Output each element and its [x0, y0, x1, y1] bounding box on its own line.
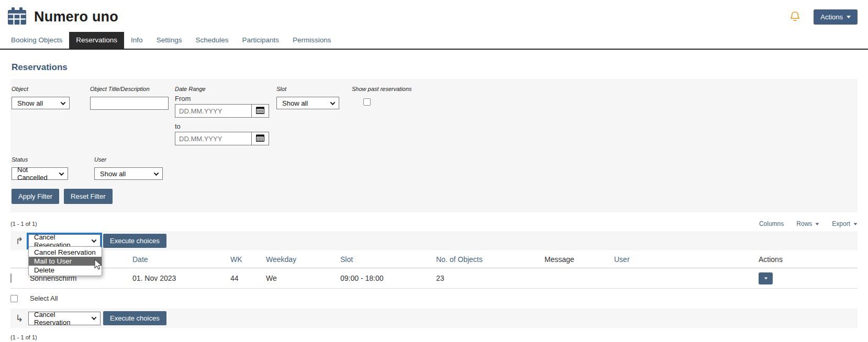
filter-status: Status Not Cancelled	[12, 156, 94, 180]
menu-item-delete[interactable]: Delete	[29, 266, 102, 275]
app-header: Numero uno Actions	[0, 0, 868, 32]
filter-user: User Show all	[94, 156, 163, 180]
bell-icon[interactable]	[790, 11, 800, 24]
chevron-down-icon	[764, 277, 767, 279]
title-filter-label: Object Title/Description	[90, 86, 175, 92]
row-checkbox-cell	[10, 274, 30, 282]
cell-actions	[759, 272, 858, 284]
cell-wk: 44	[230, 274, 266, 282]
chevron-down-icon	[61, 100, 66, 105]
show-past-label: Show past reservations	[352, 86, 411, 92]
date-from-input[interactable]	[175, 104, 252, 118]
tab-info[interactable]: Info	[124, 32, 150, 49]
object-filter-label: Object	[12, 86, 90, 92]
column-header-weekday[interactable]: Weekday	[266, 255, 340, 264]
execute-choices-button-top[interactable]: Execute choices	[103, 234, 166, 248]
tab-schedules[interactable]: Schedules	[188, 32, 235, 49]
column-header-actions: Actions	[759, 255, 858, 264]
tab-settings[interactable]: Settings	[150, 32, 189, 49]
tab-booking-objects[interactable]: Booking Objects	[4, 32, 69, 49]
filter-title: Object Title/Description	[90, 86, 175, 110]
table-tools: Columns Rows Export	[759, 220, 858, 227]
cell-objects: 23	[436, 274, 544, 282]
tab-permissions[interactable]: Permissions	[286, 32, 338, 49]
cell-slot: 09:00 - 18:00	[340, 274, 436, 282]
filter-object: Object Show all	[12, 86, 90, 109]
chevron-down-icon	[59, 170, 64, 176]
table-header-row: Date WK Weekday Slot No. of Objects Mess…	[10, 250, 858, 268]
calendar-app-icon	[7, 7, 27, 27]
reservations-table: Date WK Weekday Slot No. of Objects Mess…	[10, 250, 858, 289]
section-heading: Reservations	[12, 62, 858, 73]
object-filter-select[interactable]: Show all	[12, 97, 70, 109]
export-link[interactable]: Export	[832, 220, 858, 227]
column-header-date[interactable]: Date	[132, 255, 230, 264]
bulk-action-bar-top: ↱ Cancel Reservation Execute choices Can…	[10, 231, 858, 250]
table-row: Sonnenschirm 01. Nov 2023 44 We 09:00 - …	[10, 268, 858, 289]
date-from-label: From	[175, 95, 276, 102]
user-filter-select[interactable]: Show all	[94, 167, 163, 180]
filter-panel: Object Show all Object Title/Description…	[10, 79, 858, 212]
tab-reservations[interactable]: Reservations	[69, 32, 124, 49]
row-checkbox[interactable]	[10, 273, 12, 283]
title-filter-input[interactable]	[90, 97, 169, 110]
export-link-label: Export	[832, 220, 850, 227]
filter-slot: Slot Show all	[276, 86, 352, 109]
calendar-icon	[256, 107, 264, 116]
calendar-icon	[256, 134, 264, 143]
slot-filter-label: Slot	[276, 86, 352, 92]
column-header-user[interactable]: User	[614, 255, 759, 264]
date-from-calendar-button[interactable]	[251, 104, 269, 118]
chevron-down-icon	[92, 315, 97, 320]
date-to-label: to	[175, 122, 276, 130]
mouse-cursor-icon	[94, 259, 103, 272]
apply-filter-button[interactable]: Apply Filter	[12, 189, 59, 204]
select-all-row: Select All	[10, 294, 858, 302]
chevron-down-icon	[154, 170, 159, 176]
columns-link[interactable]: Columns	[759, 220, 784, 227]
column-header-slot[interactable]: Slot	[340, 255, 436, 264]
rows-link-label: Rows	[796, 220, 812, 227]
chevron-down-icon	[854, 223, 858, 225]
date-to-calendar-button[interactable]	[251, 132, 269, 145]
select-all-checkbox[interactable]	[10, 295, 18, 302]
date-to-input[interactable]	[175, 132, 252, 145]
rows-link[interactable]: Rows	[796, 220, 819, 227]
result-count-top: (1 - 1 of 1)	[10, 221, 37, 227]
column-header-wk[interactable]: WK	[230, 255, 266, 264]
status-filter-value: Not Cancelled	[17, 166, 54, 181]
filter-date-range: Date Range From	[175, 86, 276, 145]
menu-item-cancel-reservation[interactable]: Cancel Reservation	[29, 248, 102, 257]
cell-date: 01. Nov 2023	[132, 274, 230, 282]
bulk-action-select-top[interactable]: Cancel Reservation	[28, 234, 101, 248]
status-filter-select[interactable]: Not Cancelled	[12, 167, 68, 180]
execute-choices-button-bottom[interactable]: Execute choices	[103, 311, 166, 325]
object-filter-value: Show all	[17, 99, 43, 107]
result-count-bottom: (1 - 1 of 1)	[10, 334, 37, 340]
tab-participants[interactable]: Participants	[235, 32, 286, 49]
bulk-action-dropdown-menu: Cancel Reservation Mail to User Delete	[28, 246, 102, 276]
bulk-action-selected-value: Cancel Reservation	[34, 311, 87, 326]
tab-bar: Booking Objects Reservations Info Settin…	[0, 32, 868, 50]
chevron-down-icon	[816, 223, 819, 225]
status-filter-label: Status	[12, 156, 94, 163]
apply-up-arrow-icon: ↱	[10, 236, 28, 246]
reset-filter-button[interactable]: Reset Filter	[64, 189, 112, 204]
actions-button-label: Actions	[820, 13, 843, 21]
user-filter-label: User	[94, 156, 163, 163]
show-past-checkbox[interactable]	[363, 98, 371, 106]
slot-filter-value: Show all	[282, 99, 308, 107]
filter-show-past: Show past reservations	[352, 86, 411, 106]
actions-button[interactable]: Actions	[814, 9, 858, 25]
menu-item-mail-to-user[interactable]: Mail to User	[29, 257, 102, 266]
bulk-action-bar-bottom: ↳ Cancel Reservation Execute choices	[10, 309, 858, 328]
apply-down-arrow-icon: ↳	[10, 314, 28, 323]
chevron-down-icon	[330, 100, 336, 105]
bulk-action-select-bottom[interactable]: Cancel Reservation	[28, 312, 101, 325]
slot-filter-select[interactable]: Show all	[276, 97, 339, 109]
column-header-message: Message	[544, 255, 614, 264]
chevron-down-icon	[847, 16, 851, 18]
results-meta: (1 - 1 of 1) Columns Rows Export	[10, 220, 858, 227]
row-actions-button[interactable]	[759, 272, 773, 284]
column-header-objects[interactable]: No. of Objects	[436, 255, 544, 264]
